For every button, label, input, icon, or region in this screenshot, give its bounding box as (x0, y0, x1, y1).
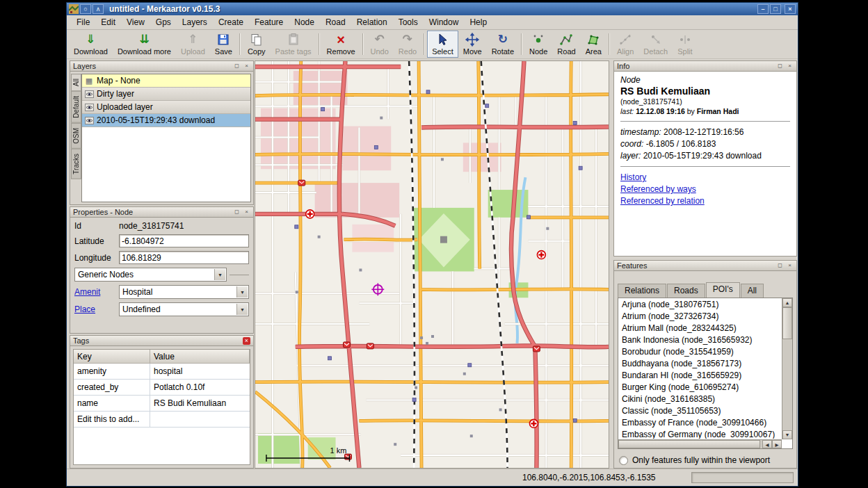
toolbar-node-button[interactable]: Node (524, 31, 552, 58)
minimize-button[interactable] (757, 4, 769, 14)
info-header[interactable]: Info (613, 60, 797, 72)
toolbar-area-button[interactable]: Area (581, 31, 606, 58)
tag-key-cell[interactable]: name (74, 396, 150, 411)
feature-list-item[interactable]: Cikini (node_316168385) (619, 393, 781, 405)
close-button[interactable] (785, 4, 796, 14)
toolbar-select-button[interactable]: Select (427, 31, 458, 58)
scroll-left-icon[interactable] (762, 440, 772, 448)
dock-float-icon[interactable] (776, 262, 784, 270)
window-menu-button[interactable] (80, 4, 91, 14)
menu-item-tools[interactable]: Tools (393, 16, 424, 29)
dock-close-icon[interactable] (243, 63, 250, 70)
feature-list-item[interactable]: Bank Indonesia (node_316565932) (619, 334, 781, 346)
dock-close-icon[interactable] (786, 262, 794, 270)
menu-item-road[interactable]: Road (320, 16, 351, 29)
menu-item-window[interactable]: Window (424, 16, 465, 29)
features-vscrollbar[interactable] (782, 298, 792, 439)
visibility-eye-icon[interactable] (84, 117, 94, 124)
toolbar-download-button[interactable]: ⇓Download (69, 31, 113, 58)
dock-float-icon[interactable] (233, 209, 241, 216)
dock-float-icon[interactable] (776, 63, 784, 70)
feature-list-item[interactable]: Classic (node_351105653) (619, 405, 781, 417)
tags-row[interactable]: created_byPotlatch 0.10f (74, 380, 250, 396)
tag-value-cell[interactable]: RS Budi Kemuliaan (150, 396, 250, 411)
menu-item-view[interactable]: View (121, 16, 150, 29)
tags-column-header[interactable]: Value (150, 350, 250, 364)
info-link-referenced-by-relation[interactable]: Referenced by relation (620, 196, 705, 206)
amenity-select[interactable]: Hospital (119, 285, 249, 299)
place-link[interactable]: Place (74, 304, 119, 314)
map-layer-icon[interactable]: ▦ (84, 76, 94, 86)
toolbar-move-button[interactable]: Move (458, 31, 487, 58)
info-link-history[interactable]: History (620, 172, 646, 182)
scroll-up-icon[interactable] (782, 298, 792, 307)
toolbar-save-button[interactable]: Save (210, 31, 237, 58)
tag-value-cell[interactable]: hospital (150, 364, 250, 379)
feature-list-item[interactable]: Atrium (node_327326734) (619, 311, 781, 323)
toolbar-road-button[interactable]: Road (552, 31, 580, 58)
layer-item[interactable]: ▦Map - None (82, 74, 250, 88)
feature-list-item[interactable]: Atrium Mall (node_283244325) (619, 323, 781, 334)
tag-value-cell[interactable]: Potlatch 0.10f (150, 380, 250, 395)
scroll-right-icon[interactable] (772, 440, 782, 448)
features-tab-all[interactable]: All (741, 284, 764, 298)
node-type-select[interactable]: Generic Nodes (74, 268, 227, 282)
menu-item-gps[interactable]: Gps (150, 16, 177, 29)
layers-tab-osm[interactable]: OSM (71, 123, 81, 149)
place-select[interactable]: Undefined (119, 302, 249, 316)
features-tab-relations[interactable]: Relations (618, 284, 666, 298)
dock-float-icon[interactable] (233, 63, 241, 70)
menu-item-layers[interactable]: Layers (177, 16, 213, 29)
properties-header[interactable]: Properties - Node (70, 206, 254, 218)
tag-key-cell[interactable]: Edit this to add... (74, 412, 150, 427)
toolbar-rotate-button[interactable]: ↻Rotate (487, 31, 519, 58)
tags-row[interactable]: nameRS Budi Kemuliaan (74, 396, 250, 412)
feature-list-item[interactable]: Arjuna (node_318076751) (619, 299, 781, 311)
hscrollbar-thumb[interactable] (618, 440, 760, 448)
visibility-eye-icon[interactable] (84, 104, 94, 111)
menu-item-file[interactable]: File (71, 16, 95, 29)
feature-list-item[interactable]: Embassy of France (node_309910466) (619, 417, 781, 429)
tags-column-header[interactable]: Key (74, 350, 150, 364)
layer-item[interactable]: Dirty layer (82, 88, 250, 101)
feature-list-item[interactable]: Burger King (node_610695274) (619, 382, 781, 393)
title-bar[interactable]: untitled - Merkaartor v0.15.3 (67, 3, 798, 15)
viewport-filter-checkbox[interactable] (619, 456, 628, 465)
features-tab-pois[interactable]: POI's (706, 282, 740, 298)
tags-row[interactable]: Edit this to add... (74, 412, 250, 428)
menu-item-relation[interactable]: Relation (351, 16, 393, 29)
menu-item-create[interactable]: Create (213, 16, 249, 29)
feature-list-item[interactable]: Buddhayana (node_318567173) (619, 358, 781, 370)
features-tab-roads[interactable]: Roads (667, 284, 705, 298)
visibility-eye-icon[interactable] (84, 90, 94, 98)
toolbar-remove-button[interactable]: ×Remove (322, 31, 360, 58)
menu-item-feature[interactable]: Feature (249, 16, 289, 29)
menu-item-help[interactable]: Help (464, 16, 492, 29)
layer-item[interactable]: 2010-05-15T19:29:43 download (82, 114, 250, 127)
window-shade-button[interactable] (93, 4, 104, 14)
layers-tab-default[interactable]: Default (71, 91, 81, 123)
layers-tab-tracks[interactable]: Tracks (71, 149, 81, 179)
feature-list-item[interactable]: Embassy of Germany (node_309910067) (619, 429, 781, 439)
features-header[interactable]: Features (613, 260, 797, 271)
info-link-referenced-by-ways[interactable]: Referenced by ways (620, 184, 696, 194)
menu-item-node[interactable]: Node (289, 16, 320, 29)
features-hscrollbar[interactable] (618, 439, 782, 448)
toolbar-download-more-button[interactable]: ⇊Download more (113, 31, 176, 58)
latitude-input[interactable] (119, 234, 249, 247)
tag-key-cell[interactable]: amenity (74, 364, 150, 379)
layers-tab-all[interactable]: All (71, 74, 81, 91)
map-view[interactable]: 1 km (255, 60, 609, 469)
layer-item[interactable]: Uploaded layer (82, 101, 250, 114)
toolbar-copy-button[interactable]: Copy (243, 31, 271, 58)
tags-close-icon[interactable] (243, 337, 250, 345)
amenity-link[interactable]: Amenit (74, 287, 119, 297)
scroll-down-icon[interactable] (782, 430, 792, 439)
vscrollbar-thumb[interactable] (782, 307, 792, 339)
feature-list-item[interactable]: Bundaran HI (node_316565929) (619, 370, 781, 382)
layers-header[interactable]: Layers (70, 60, 254, 72)
tag-value-cell[interactable] (150, 412, 250, 427)
dock-close-icon[interactable] (243, 209, 250, 216)
longitude-input[interactable] (119, 251, 249, 264)
feature-list-item[interactable]: Borobudur (node_315541959) (619, 346, 781, 358)
